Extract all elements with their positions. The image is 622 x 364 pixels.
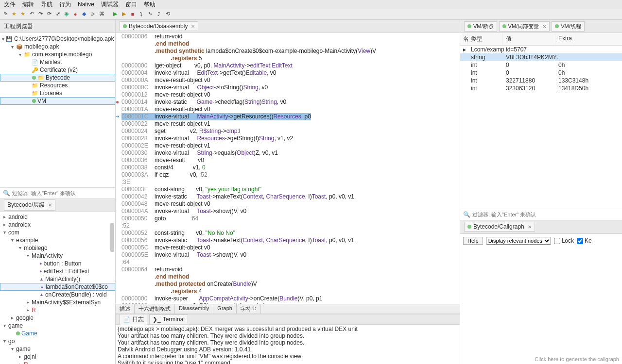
code-line[interactable]: 0000001Amove-result-object v0: [117, 106, 460, 113]
menu-item[interactable]: 帮助: [144, 0, 156, 9]
tree-row[interactable]: ▸androidx: [0, 221, 115, 229]
vars-tab[interactable]: VM/局部变量✕: [499, 21, 550, 32]
twisty-icon[interactable]: ▸: [17, 354, 22, 359]
code-line[interactable]: 0000001Cinvoke-virtual MainActivity->get…: [117, 113, 460, 120]
toolbar-icon[interactable]: ↶: [28, 11, 35, 17]
project-tree[interactable]: ▾ 💾 C:\Users\27770\Desktop\mobilego.apk …: [0, 33, 115, 187]
code-line[interactable]: 00000006return-void: [117, 33, 460, 40]
twisty-icon[interactable]: ▸: [10, 315, 15, 320]
menu-item[interactable]: 调试器: [101, 0, 119, 9]
variable-row[interactable]: int00h: [460, 69, 622, 77]
toolbar-icon[interactable]: ●: [72, 11, 79, 17]
tree-row[interactable]: ▾MainActivity: [0, 252, 115, 260]
code-line[interactable]: 0000002Emove-result-object v1: [117, 142, 460, 149]
tree-row[interactable]: ▲onCreate(Bundle) : void: [0, 291, 115, 298]
code-line[interactable]: 00000012move-result-object v0: [117, 91, 460, 99]
toolbar-icon[interactable]: ↷: [37, 11, 44, 17]
twisty-icon[interactable]: ▸: [17, 362, 22, 364]
tree-row[interactable]: 📁Bytecode: [0, 74, 115, 82]
menu-item[interactable]: 行为: [59, 0, 71, 9]
code-line[interactable]: 00000000invoke-super AppCompatActivity->…: [117, 295, 460, 302]
tree-row[interactable]: ▸R: [0, 361, 115, 364]
toolbar-icon[interactable]: ✎: [2, 11, 9, 17]
code-line[interactable]: 00000052const-string v0, "No No No": [117, 230, 460, 237]
code-line[interactable]: .registers 5: [117, 55, 460, 62]
tree-row[interactable]: ▾go: [0, 337, 115, 345]
code-line[interactable]: 00000006sget v0, R$layout->activity_main…: [117, 302, 460, 304]
twisty-icon[interactable]: ▾: [2, 323, 7, 328]
toolbar-icon[interactable]: ⌘: [98, 11, 105, 17]
twisty-icon[interactable]: ▾: [10, 346, 15, 351]
toolbar-icon[interactable]: ★: [11, 11, 17, 17]
tree-row[interactable]: 🔑Certificate (v2): [0, 66, 115, 74]
twisty-icon[interactable]: ▾: [17, 245, 22, 250]
display-mode-select[interactable]: Display relevant nodes: [486, 237, 551, 245]
stop-icon[interactable]: ■: [129, 11, 136, 17]
close-icon[interactable]: ✕: [528, 224, 532, 230]
code-line[interactable]: 00000022move-result-object v1: [117, 120, 460, 128]
toolbar-icon[interactable]: ⟲: [164, 11, 171, 17]
hierarchy-tree[interactable]: ▸android▸androidx▾com▾example▾mobilego▾M…: [0, 212, 115, 364]
close-icon[interactable]: ✕: [542, 24, 546, 29]
code-line[interactable]: 0000000Amove-result-object v0: [117, 77, 460, 84]
step-over-icon[interactable]: ⤵: [138, 11, 145, 17]
menu-item[interactable]: 窗口: [125, 0, 137, 9]
tree-row[interactable]: ▾📁com.example.mobilego: [0, 50, 115, 58]
tree-row[interactable]: ▾example: [0, 236, 115, 244]
code-line[interactable]: .method protected onCreate(Bundle)V: [117, 281, 460, 288]
close-icon[interactable]: ✕: [48, 202, 52, 208]
code-line[interactable]: 00000048move-result-object v0: [117, 200, 460, 208]
column-header[interactable]: 名: [460, 33, 468, 45]
code-line[interactable]: .end method: [117, 273, 460, 281]
code-line[interactable]: 00000056invoke-static Toast->makeText(Co…: [117, 237, 460, 244]
code-subtab[interactable]: 十六进制格式: [135, 304, 175, 314]
filter-input[interactable]: [472, 212, 619, 217]
code-line[interactable]: 00000038const/4 v1, 0: [117, 164, 460, 171]
column-header[interactable]: 值: [503, 33, 555, 45]
toolbar-icon[interactable]: ⟳: [46, 11, 52, 17]
step-out-icon[interactable]: ⤴: [156, 11, 162, 17]
twisty-icon[interactable]: ▾: [25, 253, 30, 258]
ke-checkbox[interactable]: Ke: [577, 237, 592, 244]
code-line[interactable]: 00000036move-result v0: [117, 157, 460, 164]
variable-row[interactable]: int00h: [460, 61, 622, 69]
code-line[interactable]: 00000014invoke-static Game->checkflag(St…: [117, 99, 460, 106]
variable-row[interactable]: int32306312013418D50h: [460, 84, 622, 92]
code-line[interactable]: 00000042invoke-static Toast->makeText(Co…: [117, 193, 460, 200]
help-button[interactable]: Help: [463, 237, 483, 245]
menu-item[interactable]: 导航: [41, 0, 52, 9]
code-line[interactable]: 00000000iget-object v0, p0, MainActivity…: [117, 62, 460, 69]
filter-input[interactable]: [12, 190, 112, 196]
variables-table[interactable]: 名类型值Extra ▸Lcom/exampid=5707stringV8L3Ob…: [460, 33, 622, 92]
toolbar-icon[interactable]: ⛭: [89, 11, 96, 17]
tree-row[interactable]: 📁Libraries: [0, 89, 115, 97]
code-line[interactable]: :64: [117, 259, 460, 266]
code-line[interactable]: 00000050goto :64: [117, 215, 460, 222]
menu-item[interactable]: 文件: [4, 0, 16, 9]
star-icon[interactable]: ★: [19, 11, 26, 17]
tree-row[interactable]: 📁Resources: [0, 82, 115, 89]
lock-checkbox[interactable]: Lock: [554, 237, 574, 244]
scrollbar-thumb[interactable]: [110, 223, 114, 252]
tree-row[interactable]: VM: [0, 97, 115, 105]
code-line[interactable]: 0000003Aif-eqz v0, :52: [117, 171, 460, 179]
tree-row[interactable]: ▾com: [0, 229, 115, 236]
twisty-icon[interactable]: ▸: [25, 299, 30, 305]
code-subtab[interactable]: Disassembly: [175, 304, 213, 314]
code-line[interactable]: 00000030invoke-virtual String->equals(Ob…: [117, 149, 460, 157]
toolbar-icon[interactable]: ◆: [81, 11, 87, 17]
twisty-icon[interactable]: ▾: [2, 230, 7, 235]
column-header[interactable]: 类型: [468, 33, 503, 45]
code-subtab[interactable]: 描述: [116, 304, 135, 314]
tree-row[interactable]: ▾game: [0, 345, 115, 353]
twisty-icon[interactable]: ▸: [2, 214, 7, 219]
code-line[interactable]: 00000064return-void: [117, 266, 460, 273]
tree-row[interactable]: ▸android: [0, 213, 115, 221]
tree-row[interactable]: ▾📦mobilego.apk: [0, 43, 115, 50]
twisty-icon[interactable]: ▾: [10, 44, 15, 50]
code-line[interactable]: 0000003Econst-string v0, "yes your flag …: [117, 186, 460, 193]
tree-row[interactable]: ●button : Button: [0, 260, 115, 267]
code-line[interactable]: .method synthetic lambda$onCreate$0$com-…: [117, 48, 460, 55]
twisty-icon[interactable]: [463, 62, 471, 68]
tree-row[interactable]: ▾game: [0, 322, 115, 330]
